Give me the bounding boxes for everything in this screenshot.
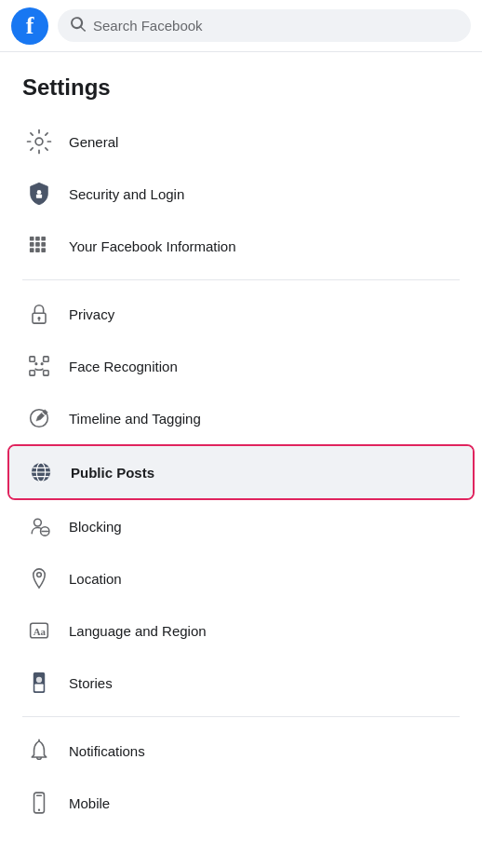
svg-rect-3 (30, 237, 34, 241)
svg-rect-10 (35, 248, 40, 252)
svg-point-20 (41, 362, 44, 365)
stories-label: Stories (69, 675, 113, 691)
svg-point-1 (37, 190, 42, 195)
svg-rect-17 (30, 371, 34, 375)
svg-rect-4 (35, 237, 40, 241)
blocking-label: Blocking (69, 519, 122, 535)
svg-rect-15 (30, 357, 34, 361)
settings-title: Settings (0, 67, 482, 115)
svg-rect-11 (41, 248, 46, 252)
svg-point-19 (34, 362, 37, 365)
settings-group-1: General Security and Login (0, 115, 482, 272)
search-placeholder-text: Search Facebook (93, 18, 203, 34)
sidebar-item-general[interactable]: General (0, 115, 482, 168)
divider-1 (22, 279, 460, 280)
pencil-icon (22, 401, 56, 435)
divider-2 (22, 716, 460, 717)
mobile-icon (22, 786, 56, 820)
sidebar-item-security[interactable]: Security and Login (0, 168, 482, 220)
facebook-logo[interactable]: f (11, 7, 48, 45)
mobile-label: Mobile (69, 795, 110, 811)
header: f Search Facebook (0, 0, 482, 52)
location-label: Location (69, 571, 122, 587)
svg-point-13 (37, 317, 40, 319)
svg-text:Aa: Aa (33, 626, 47, 637)
shield-icon (22, 177, 56, 210)
gear-icon (22, 125, 56, 158)
svg-point-38 (38, 809, 40, 811)
notifications-label: Notifications (69, 743, 145, 759)
svg-point-34 (36, 677, 42, 683)
selected-item-wrapper: Public Posts (7, 444, 475, 500)
sidebar-item-facebook-info[interactable]: Your Facebook Information (0, 220, 482, 272)
sidebar-item-location[interactable]: Location (0, 552, 482, 604)
sidebar-item-timeline[interactable]: Timeline and Tagging (0, 392, 482, 444)
bell-icon (22, 734, 56, 767)
svg-point-26 (34, 519, 42, 526)
sidebar-item-blocking[interactable]: Blocking (0, 500, 482, 552)
svg-rect-5 (41, 237, 46, 241)
public-posts-label: Public Posts (71, 465, 154, 481)
svg-rect-33 (34, 685, 43, 692)
stories-icon (22, 666, 56, 699)
search-bar[interactable]: Search Facebook (58, 9, 471, 42)
face-icon (22, 349, 56, 383)
search-icon (71, 17, 86, 34)
block-icon (22, 509, 56, 543)
general-label: General (69, 134, 118, 150)
sidebar-item-language[interactable]: Aa Language and Region (0, 604, 482, 657)
settings-group-3: Notifications Mobile (0, 725, 482, 829)
svg-rect-6 (30, 242, 34, 247)
svg-point-0 (35, 138, 43, 145)
svg-rect-7 (35, 242, 40, 247)
settings-group-2: Privacy Face Recognition (0, 288, 482, 709)
svg-rect-18 (44, 371, 48, 375)
sidebar-item-stories[interactable]: Stories (0, 657, 482, 709)
sidebar-item-face-recognition[interactable]: Face Recognition (0, 340, 482, 392)
sidebar-item-public-posts[interactable]: Public Posts (9, 446, 473, 498)
language-label: Language and Region (69, 623, 207, 639)
svg-rect-2 (36, 195, 42, 198)
location-icon (22, 562, 56, 595)
privacy-label: Privacy (69, 306, 114, 322)
lock-icon (22, 297, 56, 331)
language-icon: Aa (22, 614, 56, 647)
facebook-info-label: Your Facebook Information (69, 238, 236, 254)
face-recognition-label: Face Recognition (69, 359, 178, 374)
sidebar-item-privacy[interactable]: Privacy (0, 288, 482, 340)
sidebar-item-mobile[interactable]: Mobile (0, 777, 482, 829)
svg-rect-9 (30, 248, 34, 252)
svg-rect-16 (44, 357, 48, 361)
svg-point-29 (37, 573, 42, 577)
settings-panel: Settings General Security and Login (0, 52, 482, 844)
security-label: Security and Login (69, 186, 184, 202)
svg-rect-8 (41, 242, 46, 247)
grid-icon (22, 229, 56, 263)
sidebar-item-notifications[interactable]: Notifications (0, 725, 482, 777)
timeline-label: Timeline and Tagging (69, 411, 201, 427)
globe-icon (24, 455, 58, 489)
